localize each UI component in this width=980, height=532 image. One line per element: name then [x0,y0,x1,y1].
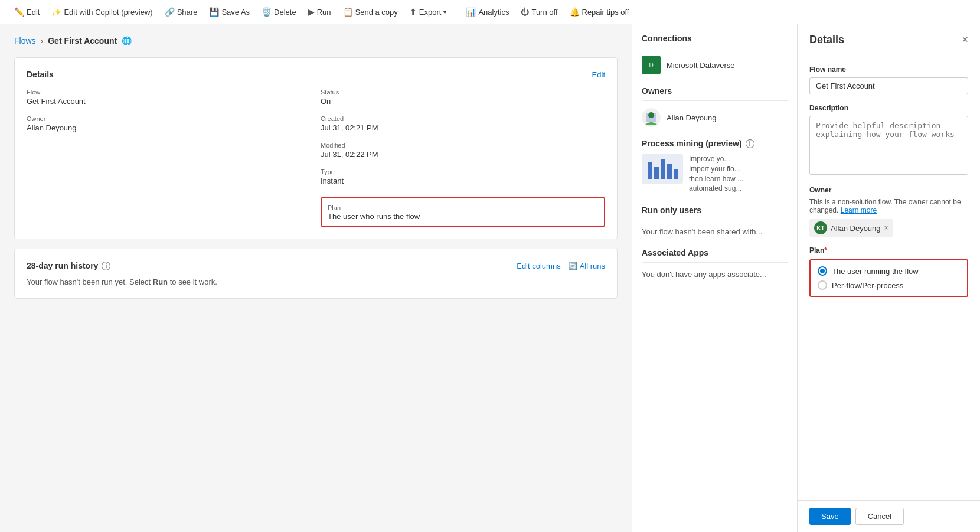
owner-field-group: Owner This is a non-solution flow. The o… [809,186,968,237]
detail-plan: Plan The user who runs the flow [321,195,605,227]
turn-off-icon: ⏻ [521,7,529,17]
plan-value: The user who runs the flow [328,212,598,221]
dataverse-icon: D [642,56,661,74]
run-button[interactable]: ▶ Run [303,5,336,19]
send-copy-button[interactable]: 📋 Send a copy [338,5,403,19]
plan-label: Plan [328,204,341,211]
save-as-button[interactable]: 💾 Save As [204,5,254,19]
description-textarea[interactable] [809,116,968,175]
breadcrumb-globe-icon: 🌐 [122,36,132,45]
detail-status: Status On [321,89,605,106]
created-value: Jul 31, 02:21 PM [321,123,605,132]
associated-apps-text: You don't have any apps associate... [642,270,766,279]
plan-option-per-flow[interactable]: Per-flow/Per-process [818,280,960,290]
plan-field-label: Plan* [809,246,968,254]
svg-rect-8 [667,164,672,179]
svg-rect-5 [648,162,652,179]
flow-value: Get First Account [27,97,311,106]
detail-right-section: Status On Created Jul 31, 02:21 PM Modif… [321,89,605,227]
breadcrumb-parent[interactable]: Flows [14,36,36,45]
refresh-icon: 🔄 [568,262,577,270]
associated-apps-title: Associated Apps [642,248,788,263]
repair-tips-button[interactable]: 🔔 Repair tips off [565,5,634,19]
plan-field-group: Plan* The user running the flow Per-flow… [809,246,968,297]
process-mining-preview: Improve yo... Import your flo... then le… [642,154,788,194]
connection-item: D Microsoft Dataverse [642,56,788,74]
plan-required-indicator: * [824,246,827,254]
plan-radio-user[interactable] [818,266,827,276]
close-panel-button[interactable]: × [962,34,968,46]
details-card-header: Details Edit [27,70,605,79]
export-button[interactable]: ⬆ Export ▾ [405,5,452,19]
detail-left-section: Flow Get First Account Owner Allan Deyou… [27,89,311,227]
flow-label: Flow [27,89,311,96]
detail-type: Type Instant [321,168,605,185]
svg-rect-7 [661,159,665,179]
send-copy-icon: 📋 [343,7,353,17]
copilot-icon: ✨ [51,7,61,17]
save-button[interactable]: Save [809,508,851,525]
edit-icon: ✏️ [14,7,24,17]
all-runs-button[interactable]: 🔄 All runs [568,262,605,270]
toolbar: ✏️ Edit ✨ Edit with Copilot (preview) 🔗 … [0,0,980,24]
analytics-button[interactable]: 📊 Analytics [461,5,514,19]
owner-tag-remove-button[interactable]: × [884,224,888,232]
run-empty-text: Your flow hasn't been run yet. Select Ru… [27,278,605,286]
run-history-card: 28-day run history i Edit columns 🔄 All … [14,249,618,299]
svg-rect-9 [674,169,678,179]
type-label: Type [321,168,605,175]
details-side-panel: Details × Flow name Description Owner Th… [797,24,980,532]
cancel-button[interactable]: Cancel [855,508,904,525]
share-icon: 🔗 [165,7,175,17]
type-value: Instant [321,177,605,185]
process-mining-info-icon[interactable]: i [746,139,754,148]
owner-avatar [642,108,661,127]
modified-label: Modified [321,142,605,149]
process-mining-text: Improve yo... Import your flo... then le… [689,154,743,194]
details-card: Details Edit Flow Get First Account Owne… [14,57,618,239]
run-history-info-icon[interactable]: i [102,262,110,270]
plan-option-user-label: The user running the flow [832,267,919,276]
share-button[interactable]: 🔗 Share [160,5,202,19]
owner-value: Allan Deyoung [27,123,311,132]
breadcrumb-separator: › [41,36,44,45]
plan-option-user[interactable]: The user running the flow [818,266,960,276]
process-mining-image [642,154,683,184]
flow-name-field-label: Flow name [809,66,968,74]
owners-title: Owners [642,86,788,101]
flow-name-field-group: Flow name [809,66,968,94]
main-wrapper: Flows › Get First Account 🌐 Details Edit… [0,24,980,532]
learn-more-link[interactable]: Learn more [841,206,877,214]
toolbar-divider [456,6,456,18]
edit-button[interactable]: ✏️ Edit [9,5,44,19]
process-mining-title: Process mining (preview) i [642,139,788,148]
breadcrumb: Flows › Get First Account 🌐 [14,36,618,45]
svg-point-3 [648,112,654,118]
connection-name: Microsoft Dataverse [667,61,735,70]
edit-columns-button[interactable]: Edit columns [517,262,560,270]
modified-value: Jul 31, 02:22 PM [321,150,605,159]
run-icon: ▶ [308,7,315,17]
owner-tag: KT Allan Deyoung × [809,219,893,237]
plan-highlight-box: Plan The user who runs the flow [321,197,605,227]
owner-tag-name: Allan Deyoung [831,224,881,233]
run-history-actions: Edit columns 🔄 All runs [517,262,605,270]
detail-created: Created Jul 31, 02:21 PM [321,115,605,132]
breadcrumb-current: Get First Account [48,36,117,45]
owner-item: Allan Deyoung [642,108,788,127]
plan-radio-per-flow[interactable] [818,280,827,290]
details-card-title: Details [27,70,54,79]
status-value: On [321,97,605,106]
details-edit-button[interactable]: Edit [592,70,605,79]
export-icon: ⬆ [410,7,417,17]
edit-copilot-button[interactable]: ✨ Edit with Copilot (preview) [47,5,157,19]
analytics-icon: 📊 [466,7,476,17]
connections-section: Connections D Microsoft Dataverse [642,34,788,74]
plan-option-per-flow-label: Per-flow/Per-process [832,281,903,290]
run-only-users-text: Your flow hasn't been shared with... [642,227,762,236]
delete-button[interactable]: 🗑️ Delete [257,5,301,19]
right-panel: Connections D Microsoft Dataverse Owners [632,24,797,532]
turn-off-button[interactable]: ⏻ Turn off [516,5,562,19]
flow-name-input[interactable] [809,77,968,94]
run-history-title: 28-day run history i [27,261,110,270]
